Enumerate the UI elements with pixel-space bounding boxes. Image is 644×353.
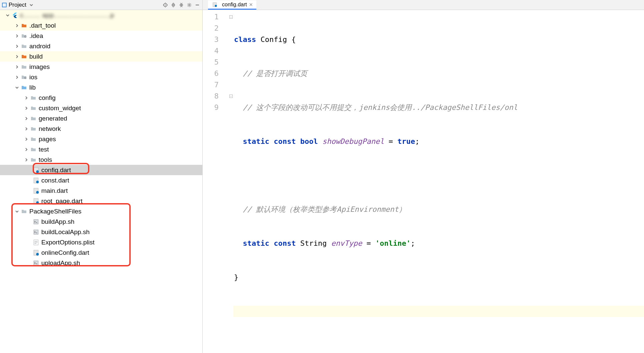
dart-file-icon [211,1,218,8]
svg-point-20 [215,5,217,7]
code-comment: // 是否打开调试页 [243,69,308,78]
project-icon [2,3,7,7]
chevron-right-icon[interactable] [24,106,29,111]
line-number: 9 [203,102,219,113]
tree-item[interactable]: generated [0,113,202,124]
chevron-right-icon[interactable] [15,23,19,28]
collapse-all-icon[interactable] [178,2,184,8]
sidebar-toolbar: Project [0,0,202,10]
fold-gutter: − − [229,10,233,353]
chevron-right-icon[interactable] [24,127,29,131]
folder-icon [21,84,27,91]
line-number: 3 [203,34,219,45]
target-icon[interactable] [162,2,168,8]
editor-tab[interactable]: config.dart ✕ [208,0,256,10]
chevron-right-icon[interactable] [24,158,29,162]
tree-item[interactable]: ios [0,72,202,82]
chevron-down-icon[interactable] [15,209,19,214]
tree-item-label: test [39,144,49,155]
tree-item-label: android [29,41,50,51]
tree-item-label: .dart_tool [29,20,56,31]
folder-icon [21,43,27,50]
line-number: 8 [203,91,219,102]
gear-icon[interactable] [186,2,192,8]
tree-item[interactable]: tools [0,155,202,165]
tree-item[interactable]: .dart_tool [0,20,202,31]
expand-all-icon[interactable] [170,2,176,8]
tree-item-label: const.dart [41,175,69,185]
chevron-right-icon[interactable] [15,65,19,69]
chevron-right-icon[interactable] [15,75,19,80]
tree-item[interactable]: onlineConfig.dart [0,247,202,258]
tree-item[interactable]: .idea [0,31,202,41]
tree-item[interactable]: config [0,93,202,103]
tree-item[interactable]: uploadApp.sh [0,258,202,268]
tree-item[interactable]: main.dart [0,185,202,196]
tree-item-label: network [39,124,61,134]
chevron-right-icon[interactable] [24,137,29,142]
folder-icon [30,115,37,122]
chevron-right-icon[interactable] [15,54,19,59]
code-token: static [243,239,269,247]
tree-item[interactable]: ExportOptions.plist [0,237,202,247]
svg-point-12 [36,201,39,204]
close-icon[interactable]: ✕ [249,2,253,7]
tree-root-row[interactable]: c........ app...........................… [0,10,202,20]
code-token: bool [300,137,318,146]
tree-item[interactable]: android [0,41,202,51]
tree-item-packageshellfiles[interactable]: PackageShellFiles [0,206,202,216]
code-token: showDebugPanel [322,137,384,146]
code-body[interactable]: class Config { // 是否打开调试页 // 这个字段的改动可以不用… [233,10,644,353]
chevron-down-icon[interactable] [15,85,19,90]
tree-item[interactable]: network [0,124,202,134]
dart-file-icon [33,167,39,174]
chevron-right-icon[interactable] [15,44,19,49]
chevron-right-icon[interactable] [24,96,29,100]
folder-icon [30,105,37,112]
shell-file-icon [33,260,39,266]
tree-item[interactable]: root_page.dart [0,196,202,206]
fold-toggle-icon[interactable]: − [229,15,233,19]
chevron-right-icon[interactable] [24,116,29,121]
svg-point-1 [165,4,166,5]
code-editor[interactable]: 1 2 3 4 5 6 7 8 9 − − class Config { // … [203,10,644,353]
code-token: } [234,273,238,281]
project-tree[interactable]: c........ app...........................… [0,10,202,353]
line-number: 7 [203,79,219,91]
editor-tab-label: config.dart [222,2,247,8]
tree-item[interactable]: buildLocalApp.sh [0,227,202,237]
folder-icon [21,64,27,70]
tree-item[interactable]: test [0,144,202,155]
chevron-down-icon[interactable] [5,13,10,18]
line-number: 2 [203,23,219,34]
minimize-icon[interactable] [194,2,200,8]
folder-icon [30,146,37,153]
tree-item[interactable]: const.dart [0,175,202,185]
svg-rect-14 [34,230,38,234]
svg-point-10 [36,191,39,193]
code-token: static [243,137,269,146]
code-token: ; [415,137,419,146]
project-label-text: Project [9,2,26,8]
svg-point-17 [36,253,39,255]
tree-item-label: buildApp.sh [41,216,74,227]
tree-item-config-dart[interactable]: config.dart [0,165,202,175]
tree-item-label: buildLocalApp.sh [41,227,90,237]
tree-item-label: generated [39,113,67,124]
tree-item[interactable]: images [0,62,202,72]
chevron-right-icon[interactable] [15,34,19,38]
code-comment: // 这个字段的改动可以不用提交，jenkins会使用../PackageShe… [243,103,518,112]
tree-item-label: uploadApp.sh [41,258,80,268]
tree-item[interactable]: custom_widget [0,103,202,113]
tree-item[interactable]: lib [0,82,202,93]
tree-item[interactable]: build [0,51,202,62]
tree-item[interactable]: pages [0,134,202,144]
folder-icon [30,136,37,143]
line-number: 6 [203,68,219,79]
svg-point-6 [36,170,39,173]
flutter-icon [11,12,18,19]
chevron-right-icon[interactable] [24,147,29,152]
tree-item[interactable]: buildApp.sh [0,216,202,227]
project-selector[interactable]: Project [2,2,34,8]
tree-item-label: config [39,93,56,103]
